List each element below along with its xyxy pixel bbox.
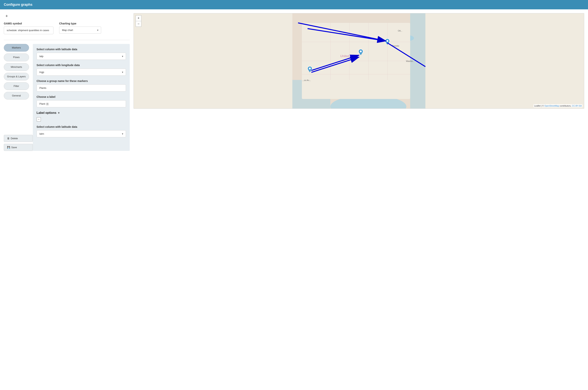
ccbysa-link[interactable]: CC-BY-SA [572,105,582,107]
group-name-label: Choose a group name for these markers [37,79,126,83]
latitude-section: Select column with latitude data latp la… [37,48,126,60]
minus-button[interactable]: − [37,117,41,121]
latitude2-label: Select column with latitude data [37,125,126,128]
map-controls: + − [136,15,141,27]
title-bar: Configure graphs [0,0,588,9]
svg-text:Ott...: Ott... [398,30,402,32]
nav-btn-filter[interactable]: Filter [4,82,29,90]
nav-btn-flows[interactable]: Flows [4,53,29,61]
section-divider [4,40,130,40]
choose-label-label: Choose a label [37,95,126,98]
latitude-select[interactable]: latp latm [37,53,126,60]
nav-btn-markers[interactable]: Markers [4,44,29,51]
label-options-plus[interactable]: + [58,111,60,115]
longitude-section: Select column with longitude data lngp l… [37,64,126,76]
charting-type-label: Charting type [59,22,101,25]
osm-link[interactable]: OpenStreetMap [544,105,559,107]
nav-btn-general[interactable]: General [4,92,29,99]
choose-label-section: Choose a label [37,95,126,107]
gams-symbol-value[interactable]: schedule: shipment quantities in cases [4,27,53,34]
gams-symbol-label: GAMS symbol [4,22,53,25]
label-options-section: Label options + − [37,111,126,121]
nav-btn-groups-layers[interactable]: Groups & Layers [4,73,29,80]
label-options-heading: Label options [37,111,56,115]
map-container[interactable]: United States Ott... Toronto Washin... .… [134,13,584,109]
latitude-label: Select column with latitude data [37,48,126,51]
svg-text:...os An...: ...os An... [302,79,311,81]
map-attribution: Leaflet | © OpenStreetMap contributors, … [533,104,583,107]
charting-type-select[interactable]: Map chart Bar chart Line chart Scatter c… [59,27,101,34]
zoom-out-button[interactable]: − [136,21,141,27]
group-name-input[interactable] [37,84,126,92]
save-button[interactable]: 💾 Save [4,144,33,151]
app-title: Configure graphs [4,3,33,6]
svg-point-27 [386,40,388,42]
longitude-label: Select column with longitude data [37,64,126,67]
delete-button[interactable]: 🗑 Delete [4,135,33,142]
choose-label-input[interactable] [37,100,126,107]
svg-point-21 [309,68,311,70]
add-button[interactable]: + [4,13,9,19]
trash-icon: 🗑 [7,137,9,140]
group-name-section: Choose a group name for these markers [37,79,126,92]
latitude2-select[interactable]: latm latp [37,130,126,137]
right-panel: United States Ott... Toronto Washin... .… [134,13,584,151]
svg-text:Washin...: Washin... [406,60,415,62]
latitude2-section: Select column with latitude data latm la… [37,125,126,137]
nav-btn-minicharts[interactable]: Minicharts [4,63,29,71]
svg-point-24 [360,50,362,52]
longitude-select[interactable]: lngp lngm [37,69,126,76]
zoom-in-button[interactable]: + [136,15,141,21]
save-icon: 💾 [7,146,10,149]
